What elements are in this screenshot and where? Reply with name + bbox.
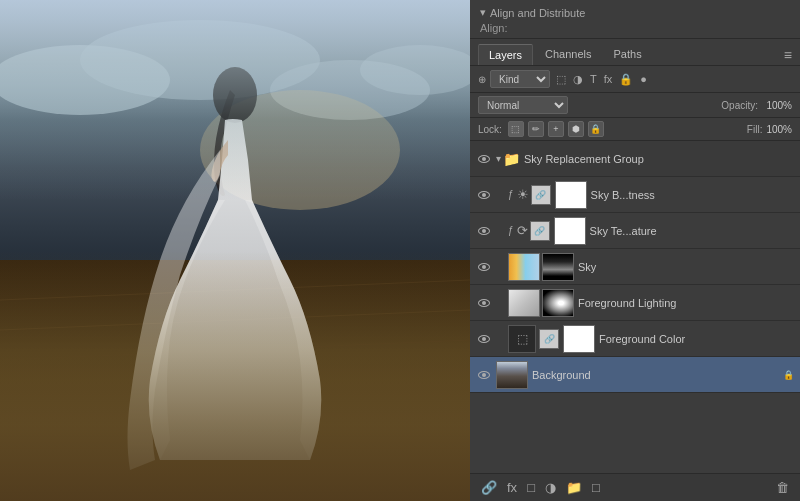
thumb-foreground-color — [563, 325, 595, 353]
sky-overlay — [0, 0, 470, 200]
background-lock-icon: 🔒 — [783, 370, 794, 380]
layer-sky-brightness[interactable]: ƒ ☀ 🔗 Sky B...tness — [470, 177, 800, 213]
fill-value: 100% — [766, 124, 792, 135]
thumb-background — [496, 361, 528, 389]
new-layer-icon[interactable]: □ — [589, 478, 603, 497]
blend-row: Normal Opacity: 100% — [470, 93, 800, 118]
adj-icon-sky-brightness: ☀ — [517, 187, 529, 202]
thumb-sky-texture — [554, 217, 586, 245]
layer-name-sky-replacement: Sky Replacement Group — [524, 153, 794, 165]
new-adjustment-icon[interactable]: ◑ — [542, 478, 559, 497]
adj-thumb-foreground-color: ⬚ — [508, 325, 536, 353]
eye-sky-replacement[interactable] — [476, 151, 492, 167]
opacity-value: 100% — [762, 100, 792, 111]
folder-icon-sky-replacement: 📁 — [503, 151, 520, 167]
eye-foreground-color[interactable] — [476, 331, 492, 347]
mask-sky — [542, 253, 574, 281]
right-panel: ▾ Align and Distribute Align: Layers Cha… — [470, 0, 800, 501]
filter-label: ⊕ — [478, 74, 486, 85]
eye-icon-sky-brightness — [478, 191, 490, 199]
eye-foreground-lighting[interactable] — [476, 295, 492, 311]
align-label: Align: — [480, 22, 790, 34]
tab-channels[interactable]: Channels — [535, 44, 601, 65]
collapse-icon[interactable]: ▾ — [480, 6, 486, 19]
eye-icon-sky-replacement — [478, 155, 490, 163]
lock-all-icon[interactable]: 🔒 — [588, 121, 604, 137]
layer-name-sky-brightness: Sky B...tness — [591, 189, 794, 201]
layer-name-sky-texture: Sky Te...ature — [590, 225, 794, 237]
layer-background[interactable]: Background 🔒 — [470, 357, 800, 393]
kind-select[interactable]: Kind — [490, 70, 550, 88]
align-section: ▾ Align and Distribute Align: — [470, 0, 800, 39]
lock-position-icon[interactable]: + — [548, 121, 564, 137]
layer-sky-texture[interactable]: ƒ ⟳ 🔗 Sky Te...ature — [470, 213, 800, 249]
layer-name-background: Background — [532, 369, 779, 381]
adjustment-filter-icon[interactable]: ◑ — [571, 72, 585, 87]
eye-sky-texture[interactable] — [476, 223, 492, 239]
blend-mode-select[interactable]: Normal — [478, 96, 568, 114]
smart-filter-icon[interactable]: 🔒 — [617, 72, 635, 87]
layers-list: ▾ 📁 Sky Replacement Group ƒ ☀ 🔗 Sky B...… — [470, 141, 800, 473]
fx-icon-sky-texture: ƒ — [508, 225, 514, 236]
color-filter-icon[interactable]: ● — [638, 72, 649, 86]
layers-panel: Layers Channels Paths ≡ ⊕ Kind ⬚ ◑ T fx … — [470, 39, 800, 501]
layer-foreground-lighting[interactable]: Foreground Lighting — [470, 285, 800, 321]
tab-layers[interactable]: Layers — [478, 44, 533, 65]
opacity-label: Opacity: — [721, 100, 758, 111]
canvas-area — [0, 0, 470, 501]
delete-layer-icon[interactable]: 🗑 — [773, 478, 792, 497]
text-filter-icon[interactable]: T — [588, 72, 599, 86]
add-style-icon[interactable]: fx — [504, 478, 520, 497]
thumb-foreground-lighting — [508, 289, 540, 317]
eye-background[interactable] — [476, 367, 492, 383]
layer-sky[interactable]: Sky — [470, 249, 800, 285]
eye-icon-foreground-lighting — [478, 299, 490, 307]
layer-name-sky: Sky — [578, 261, 794, 273]
chain-sky-texture: 🔗 — [530, 221, 550, 241]
layer-foreground-color[interactable]: ⬚ 🔗 Foreground Color — [470, 321, 800, 357]
eye-icon-foreground-color — [478, 335, 490, 343]
layers-toolbar: 🔗 fx □ ◑ 📁 □ 🗑 — [470, 473, 800, 501]
lock-artboard-icon[interactable]: ⬢ — [568, 121, 584, 137]
adj-icon-sky-texture: ⟳ — [517, 223, 528, 238]
lock-row: Lock: ⬚ ✏ + ⬢ 🔒 Fill: 100% — [470, 118, 800, 141]
eye-icon-background — [478, 371, 490, 379]
eye-icon-sky-texture — [478, 227, 490, 235]
thumb-sky-brightness — [555, 181, 587, 209]
tab-paths[interactable]: Paths — [604, 44, 652, 65]
link-layers-icon[interactable]: 🔗 — [478, 478, 500, 497]
tabs-left: Layers Channels Paths — [478, 44, 652, 65]
tabs-row: Layers Channels Paths ≡ — [470, 39, 800, 66]
shape-filter-icon[interactable]: fx — [602, 72, 615, 86]
eye-icon-sky — [478, 263, 490, 271]
new-group-icon[interactable]: 📁 — [563, 478, 585, 497]
lock-transparency-icon[interactable]: ⬚ — [508, 121, 524, 137]
eye-sky[interactable] — [476, 259, 492, 275]
layer-name-foreground-lighting: Foreground Lighting — [578, 297, 794, 309]
fill-label: Fill: — [747, 124, 763, 135]
field-overlay — [0, 251, 470, 501]
group-collapse-icon[interactable]: ▾ — [496, 153, 501, 164]
filter-row: ⊕ Kind ⬚ ◑ T fx 🔒 ● — [470, 66, 800, 93]
panel-menu-icon[interactable]: ≡ — [784, 47, 792, 63]
lock-label: Lock: — [478, 124, 502, 135]
align-title: ▾ Align and Distribute — [480, 6, 790, 19]
layer-sky-replacement-group[interactable]: ▾ 📁 Sky Replacement Group — [470, 141, 800, 177]
thumb-sky — [508, 253, 540, 281]
mask-foreground-lighting — [542, 289, 574, 317]
eye-sky-brightness[interactable] — [476, 187, 492, 203]
canvas-image — [0, 0, 470, 501]
chain-foreground-color: 🔗 — [539, 329, 559, 349]
align-section-label: Align and Distribute — [490, 7, 585, 19]
chain-sky-brightness: 🔗 — [531, 185, 551, 205]
pixel-filter-icon[interactable]: ⬚ — [554, 72, 568, 87]
lock-pixels-icon[interactable]: ✏ — [528, 121, 544, 137]
filter-icons: ⬚ ◑ T fx 🔒 ● — [554, 72, 649, 87]
layer-name-foreground-color: Foreground Color — [599, 333, 794, 345]
add-mask-icon[interactable]: □ — [524, 478, 538, 497]
fx-icon-sky-brightness: ƒ — [508, 189, 514, 200]
